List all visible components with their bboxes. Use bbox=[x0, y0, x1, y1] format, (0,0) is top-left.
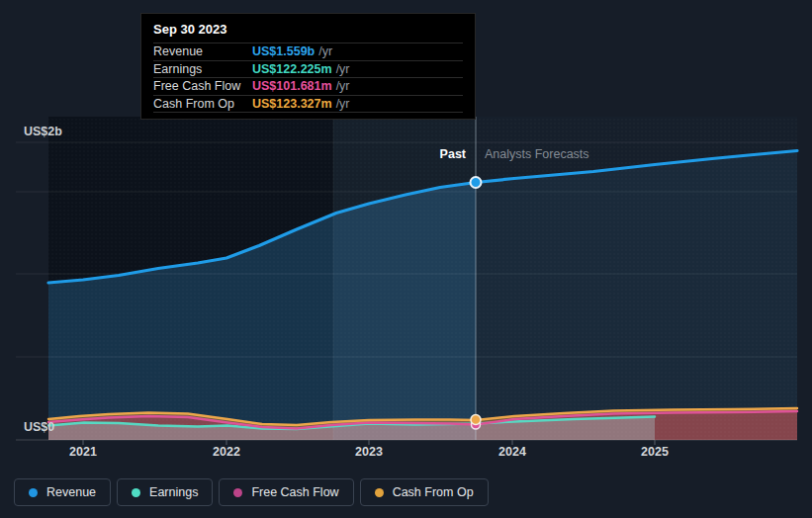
earnings-dot-icon bbox=[132, 488, 140, 497]
forecast-label: Analysts Forecasts bbox=[485, 147, 589, 161]
past-label: Past bbox=[440, 147, 467, 161]
y-axis-bottom-label: US$0 bbox=[24, 420, 54, 434]
tooltip-unit: /yr bbox=[318, 44, 332, 58]
tooltip-label: Revenue bbox=[153, 44, 252, 58]
x-label-2022: 2022 bbox=[213, 445, 240, 459]
tooltip-label: Cash From Op bbox=[153, 97, 252, 111]
legend-item-free-cash-flow[interactable]: Free Cash Flow bbox=[219, 478, 353, 506]
legend-label: Earnings bbox=[149, 485, 198, 499]
tooltip-value: US$122.225m bbox=[252, 62, 332, 76]
tooltip-date: Sep 30 2023 bbox=[153, 19, 463, 43]
tooltip-value: US$123.327m bbox=[252, 97, 332, 111]
tooltip-unit: /yr bbox=[336, 62, 350, 76]
tooltip-row-revenue: Revenue US$1.559b /yr bbox=[153, 43, 463, 60]
legend-label: Free Cash Flow bbox=[251, 485, 338, 499]
tooltip-value: US$101.681m bbox=[252, 79, 332, 93]
tooltip-label: Free Cash Flow bbox=[153, 79, 252, 93]
y-axis-top-label: US$2b bbox=[24, 125, 62, 138]
tooltip-row-cash-from-op: Cash From Op US$123.327m /yr bbox=[153, 95, 463, 114]
legend-label: Revenue bbox=[46, 485, 96, 499]
chart-legend: Revenue Earnings Free Cash Flow Cash Fro… bbox=[14, 478, 489, 506]
tooltip-unit: /yr bbox=[336, 97, 350, 111]
x-label-2024: 2024 bbox=[498, 445, 526, 459]
chart-tooltip: Sep 30 2023 Revenue US$1.559b /yr Earnin… bbox=[140, 13, 476, 120]
free-cash-flow-dot-icon bbox=[233, 488, 242, 497]
legend-label: Cash From Op bbox=[393, 485, 474, 499]
legend-item-earnings[interactable]: Earnings bbox=[117, 478, 213, 506]
tooltip-label: Earnings bbox=[153, 62, 252, 76]
legend-item-revenue[interactable]: Revenue bbox=[14, 478, 111, 506]
revenue-marker[interactable] bbox=[471, 177, 482, 188]
x-label-2025: 2025 bbox=[641, 445, 669, 459]
x-label-2021: 2021 bbox=[69, 445, 97, 459]
financials-chart: US$2b US$0 2021 2022 2023 2024 2025 Past… bbox=[0, 0, 812, 518]
tooltip-unit: /yr bbox=[336, 79, 350, 93]
x-label-2023: 2023 bbox=[355, 445, 383, 459]
cash-from-op-dot-icon bbox=[375, 488, 384, 497]
highlight-band bbox=[333, 117, 476, 440]
legend-item-cash-from-op[interactable]: Cash From Op bbox=[360, 478, 489, 506]
cash-from-op-marker[interactable] bbox=[471, 415, 481, 425]
tooltip-value: US$1.559b bbox=[252, 44, 315, 58]
revenue-dot-icon bbox=[29, 488, 38, 497]
tooltip-row-free-cash-flow: Free Cash Flow US$101.681m /yr bbox=[153, 77, 463, 95]
tooltip-row-earnings: Earnings US$122.225m /yr bbox=[153, 60, 463, 78]
